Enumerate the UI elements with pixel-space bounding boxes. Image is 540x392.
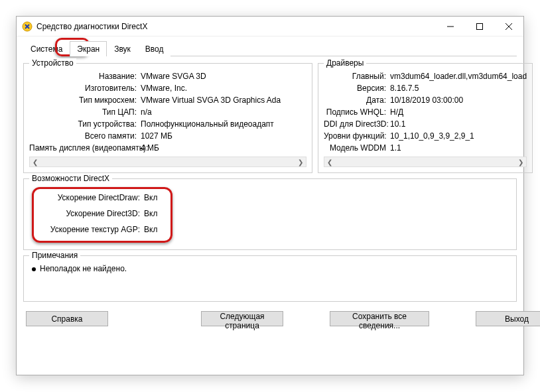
caps-agp-value: Вкл <box>144 225 157 234</box>
highlight-caps: Ускорение DirectDraw:Вкл Ускорение Direc… <box>32 187 172 243</box>
scroll-right-icon[interactable]: ❯ <box>515 159 526 166</box>
drv-ver-value: 8.16.7.5 <box>390 84 527 93</box>
maximize-button[interactable] <box>465 17 494 36</box>
dxdiag-window: Средство диагностики DirectX Система Экр… <box>16 16 524 375</box>
device-mfr-value: VMware, Inc. <box>141 84 306 93</box>
device-type-value: Полнофункциональный видеоадапт <box>141 119 306 129</box>
scroll-left-icon[interactable]: ❮ <box>324 159 335 166</box>
footer-buttons: Справка Следующая страница Сохранить все… <box>23 302 517 329</box>
groupbox-drivers: Драйверы Главный:vm3dum64_loader.dll,vm3… <box>318 63 533 173</box>
device-name-label: Название: <box>29 72 141 81</box>
drv-feat-value: 10_1,10_0,9_3,9_2,9_1 <box>390 131 527 141</box>
device-mfr-label: Изготовитель: <box>29 84 141 93</box>
drivers-scrollbar[interactable]: ❮ ❯ <box>324 157 527 167</box>
legend-device: Устройство <box>29 58 76 68</box>
caps-d3d-label: Ускорение Direct3D: <box>38 209 144 218</box>
drv-whql-label: Подпись WHQL: <box>324 107 390 117</box>
drv-ddi-label: DDI для Direct3D: <box>324 119 390 129</box>
legend-caps: Возможности DirectX <box>29 174 112 183</box>
tab-system[interactable]: Система <box>23 41 70 56</box>
bullet-icon <box>32 267 36 271</box>
help-button[interactable]: Справка <box>26 311 108 326</box>
dxdiag-icon <box>22 21 33 32</box>
tab-bar: Система Экран Звук Ввод <box>23 40 517 56</box>
drv-ddi-value: 10.1 <box>390 119 527 129</box>
device-totmem-value: 1027 МБ <box>141 131 306 141</box>
next-page-button[interactable]: Следующая страница <box>201 311 283 326</box>
exit-button[interactable]: Выход <box>476 311 540 326</box>
device-chip-label: Тип микросхем: <box>29 96 141 105</box>
svg-rect-1 <box>477 23 483 29</box>
scroll-left-icon[interactable]: ❮ <box>30 159 40 166</box>
groupbox-device: Устройство Название:VMware SVGA 3D Изгот… <box>23 63 312 173</box>
drv-main-value: vm3dum64_loader.dll,vm3dum64_load <box>390 72 527 81</box>
legend-drivers: Драйверы <box>324 58 366 68</box>
device-dac-value: n/a <box>141 107 306 117</box>
close-button[interactable] <box>494 17 523 36</box>
device-dispmem-value: 4 МБ <box>141 143 306 153</box>
drv-wddm-value: 1.1 <box>390 143 527 153</box>
drv-ver-label: Версия: <box>324 84 390 93</box>
drv-main-label: Главный: <box>324 72 390 81</box>
device-chip-value: VMware Virtual SVGA 3D Graphics Ada <box>141 96 306 105</box>
drv-whql-value: Н/Д <box>390 107 527 117</box>
tab-input[interactable]: Ввод <box>138 41 171 56</box>
drv-date-label: Дата: <box>324 96 390 105</box>
drv-date-value: 10/18/2019 03:00:00 <box>390 96 527 105</box>
legend-notes: Примечания <box>29 251 80 260</box>
minimize-button[interactable] <box>436 17 465 36</box>
save-all-button[interactable]: Сохранить все сведения... <box>330 311 429 326</box>
groupbox-directx-caps: Возможности DirectX Ускорение DirectDraw… <box>23 178 517 250</box>
note-line: Неполадок не найдено. <box>29 263 511 275</box>
drv-wddm-label: Модель WDDM <box>324 143 390 153</box>
drv-feat-label: Уровни функций: <box>324 131 390 141</box>
content-area: Система Экран Звук Ввод Устройство Назва… <box>17 36 523 336</box>
top-row: Устройство Название:VMware SVGA 3D Изгот… <box>23 58 517 173</box>
device-dispmem-label: Память дисплея (видеопамять): <box>29 143 141 153</box>
scroll-right-icon[interactable]: ❯ <box>295 159 306 166</box>
device-dac-label: Тип ЦАП: <box>29 107 141 117</box>
caps-ddraw-label: Ускорение DirectDraw: <box>38 193 144 202</box>
caps-agp-label: Ускорение текстур AGP: <box>38 225 144 234</box>
device-name-value: VMware SVGA 3D <box>141 72 306 81</box>
caps-d3d-value: Вкл <box>144 209 157 218</box>
groupbox-notes: Примечания Неполадок не найдено. <box>23 255 517 302</box>
device-type-label: Тип устройства: <box>29 119 141 129</box>
titlebar: Средство диагностики DirectX <box>17 17 523 36</box>
tab-sound[interactable]: Звук <box>107 41 138 56</box>
device-scrollbar[interactable]: ❮ ❯ <box>29 157 306 167</box>
window-title: Средство диагностики DirectX <box>36 22 436 31</box>
caps-ddraw-value: Вкл <box>144 193 157 202</box>
note-text: Неполадок не найдено. <box>40 264 127 273</box>
device-totmem-label: Всего памяти: <box>29 131 141 141</box>
tab-screen[interactable]: Экран <box>70 41 107 56</box>
